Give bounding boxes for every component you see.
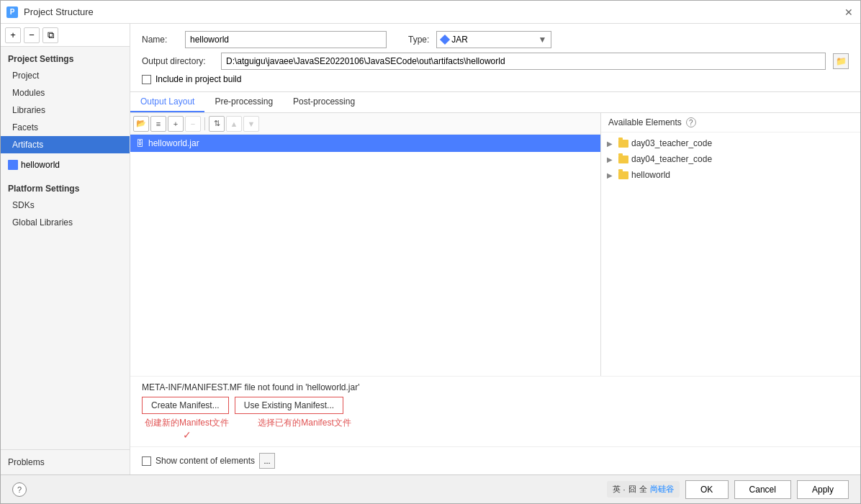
sidebar-item-global-libraries[interactable]: Global Libraries (1, 214, 130, 231)
sidebar: + − ⧉ Project Settings Project Modules L… (1, 24, 130, 474)
type-label: Type: (408, 35, 429, 45)
project-settings-section: Project Settings Project Modules Librari… (1, 47, 130, 156)
layout-item-helloworld-jar[interactable]: 🗄 helloworld.jar (130, 135, 600, 152)
layout-toolbar: 📂 ≡ + − ⇅ ▲ ▼ (130, 113, 600, 135)
browse-button[interactable]: 📁 (833, 53, 849, 69)
bottom-left: ? (12, 482, 27, 497)
tree-item-day03[interactable]: ▶ day03_teacher_code (601, 135, 860, 151)
elements-tree: ▶ day03_teacher_code ▶ day04_teacher_cod… (601, 132, 860, 376)
available-elements-label: Available Elements (608, 117, 682, 127)
toolbar-separator (204, 117, 205, 130)
show-content-checkbox[interactable] (142, 456, 151, 466)
create-manifest-button[interactable]: Create Manifest... (142, 397, 229, 414)
folder-icon (618, 156, 628, 163)
title-bar-left: P Project Structure (6, 6, 94, 18)
window-title: Project Structure (24, 6, 94, 17)
tabs-bar: Output Layout Pre-processing Post-proces… (130, 92, 860, 113)
sidebar-item-artifacts[interactable]: Artifacts (1, 136, 130, 153)
annotation-area: 创建新的Manifest文件 ✓ 选择已有的Manifest文件 (142, 417, 849, 441)
include-row: Include in project build (142, 74, 849, 84)
layout-btn-up[interactable]: ▲ (226, 116, 242, 132)
copy-artifact-button[interactable]: ⧉ (42, 27, 58, 43)
sidebar-item-modules[interactable]: Modules (1, 84, 130, 102)
system-tray: 英 · 囧 全 尚硅谷 (607, 481, 680, 498)
app-icon: P (6, 6, 18, 18)
tree-item-helloworld[interactable]: ▶ helloworld (601, 167, 860, 183)
show-content-row: Show content of elements ... (130, 446, 860, 474)
tab-pre-processing[interactable]: Pre-processing (204, 92, 283, 112)
main-content: + − ⧉ Project Settings Project Modules L… (1, 24, 860, 474)
include-in-build-checkbox[interactable] (142, 75, 151, 84)
include-in-build-label: Include in project build (155, 74, 241, 84)
sidebar-item-libraries[interactable]: Libraries (1, 102, 130, 119)
tree-arrow: ▶ (607, 156, 616, 163)
annotation-existing: 选择已有的Manifest文件 (258, 417, 351, 441)
lang-indicator: 英 (613, 484, 621, 495)
artifact-icon (8, 160, 18, 170)
tray-icon2: 囧 (628, 484, 636, 495)
tray-icon1: · (623, 485, 626, 494)
layout-btn-list[interactable]: ≡ (150, 116, 166, 132)
output-row: Output directory: 📁 (142, 53, 849, 70)
platform-settings-title: Platform Settings (1, 176, 130, 197)
name-row: Name: Type: JAR ▼ (142, 31, 849, 48)
bottom-right: 英 · 囧 全 尚硅谷 OK Cancel Apply (607, 480, 849, 499)
help-button[interactable]: ? (12, 482, 27, 497)
right-panel: Name: Type: JAR ▼ Output directory: (130, 24, 860, 474)
cancel-button[interactable]: Cancel (734, 480, 791, 499)
folder-icon (618, 140, 628, 148)
use-existing-manifest-button[interactable]: Use Existing Manifest... (235, 397, 343, 414)
available-elements-header: Available Elements ? (601, 113, 860, 132)
name-input[interactable] (185, 31, 387, 48)
sidebar-footer: Problems (1, 449, 130, 474)
right-header: Name: Type: JAR ▼ Output directory: (130, 24, 860, 92)
type-select-arrow: ▼ (538, 35, 546, 45)
layout-btn-folder[interactable]: 📂 (133, 116, 149, 132)
warning-text: META-INF/MANIFEST.MF file not found in '… (142, 382, 849, 392)
artifact-list-item-helloworld[interactable]: helloworld (1, 156, 130, 174)
remove-artifact-button[interactable]: − (24, 27, 40, 43)
close-button[interactable]: ✕ (843, 6, 855, 18)
tab-post-processing[interactable]: Post-processing (283, 92, 365, 112)
type-select[interactable]: JAR ▼ (436, 31, 551, 48)
app-tray-label: 尚硅谷 (650, 484, 674, 495)
title-bar: P Project Structure ✕ (1, 1, 860, 24)
sidebar-toolbar: + − ⧉ (1, 24, 130, 47)
sidebar-item-project[interactable]: Project (1, 67, 130, 84)
layout-btn-sort[interactable]: ⇅ (209, 116, 225, 132)
manifest-buttons: Create Manifest... Use Existing Manifest… (142, 397, 849, 414)
project-structure-window: P Project Structure ✕ + − ⧉ Project Sett… (0, 0, 861, 504)
sidebar-item-problems[interactable]: Problems (8, 454, 122, 470)
bottom-bar: ? 英 · 囧 全 尚硅谷 OK Cancel Apply (1, 474, 860, 503)
jar-icon (440, 35, 450, 45)
layout-tree: 🗄 helloworld.jar (130, 135, 600, 376)
apply-button[interactable]: Apply (797, 480, 849, 499)
layout-btn-add[interactable]: + (168, 116, 184, 132)
name-label: Name: (142, 35, 178, 45)
tree-arrow: ▶ (607, 140, 616, 148)
output-label: Output directory: (142, 56, 214, 66)
annotation-create: 创建新的Manifest文件 ✓ (145, 417, 229, 441)
folder-icon (618, 171, 628, 179)
tray-icon3: 全 (639, 484, 647, 495)
tab-content: 📂 ≡ + − ⇅ ▲ ▼ 🗄 helloworld.jar (130, 113, 860, 376)
add-artifact-button[interactable]: + (5, 27, 21, 43)
tree-arrow: ▶ (607, 171, 616, 179)
tab-output-layout[interactable]: Output Layout (130, 92, 204, 112)
platform-settings-section: Platform Settings SDKs Global Libraries (1, 174, 130, 234)
help-icon: ? (686, 117, 696, 127)
layout-pane: 📂 ≡ + − ⇅ ▲ ▼ 🗄 helloworld.jar (130, 113, 601, 376)
ok-button[interactable]: OK (685, 480, 729, 499)
layout-btn-remove[interactable]: − (185, 116, 201, 132)
show-content-label: Show content of elements (155, 456, 255, 466)
show-content-button[interactable]: ... (259, 453, 275, 469)
sidebar-item-facets[interactable]: Facets (1, 119, 130, 136)
project-settings-title: Project Settings (1, 50, 130, 67)
jar-file-icon: 🗄 (136, 139, 144, 148)
tree-item-day04[interactable]: ▶ day04_teacher_code (601, 151, 860, 167)
output-directory-input[interactable] (221, 53, 826, 70)
sidebar-item-sdks[interactable]: SDKs (1, 197, 130, 214)
layout-btn-down[interactable]: ▼ (243, 116, 259, 132)
checkmark-icon: ✓ (183, 429, 191, 441)
warning-area: META-INF/MANIFEST.MF file not found in '… (130, 376, 860, 446)
